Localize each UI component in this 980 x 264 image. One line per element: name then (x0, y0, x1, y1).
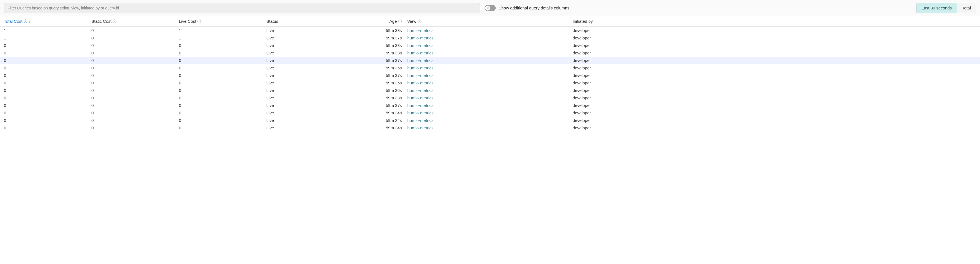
total-button[interactable]: Total (957, 3, 976, 13)
table-row[interactable]: 1 0 1 Live 59m 33s humio-metrics develop… (0, 27, 980, 34)
cell-total-cost: 0 (4, 118, 91, 123)
cell-age: 59m 37s (334, 103, 407, 108)
view-link[interactable]: humio-metrics (407, 103, 434, 108)
info-icon[interactable]: i (113, 19, 116, 23)
svg-text:i: i (114, 20, 115, 23)
table-row[interactable]: 0 0 0 Live 59m 24s humio-metrics develop… (0, 109, 980, 117)
cell-live-cost: 1 (179, 35, 266, 40)
view-link[interactable]: humio-metrics (407, 118, 434, 123)
header-live-cost[interactable]: Live Cost i (179, 19, 266, 24)
cell-status: Live (266, 110, 334, 115)
cell-status: Live (266, 80, 334, 85)
view-link[interactable]: humio-metrics (407, 96, 434, 100)
view-link[interactable]: humio-metrics (407, 125, 434, 130)
view-link[interactable]: humio-metrics (407, 88, 434, 93)
cell-static-cost: 0 (91, 43, 179, 48)
cell-total-cost: 0 (4, 96, 91, 100)
view-link[interactable]: humio-metrics (407, 28, 434, 33)
header-view[interactable]: View i (407, 19, 573, 24)
header-total-cost[interactable]: Total Cost i ↓ (4, 19, 91, 24)
last-30-seconds-button[interactable]: Last 30 seconds (916, 3, 957, 13)
details-toggle[interactable] (485, 5, 496, 11)
cell-live-cost: 0 (179, 73, 266, 78)
filter-input[interactable] (4, 3, 480, 13)
svg-text:i: i (419, 20, 420, 23)
header-age[interactable]: Age i (334, 19, 407, 24)
cell-view: humio-metrics (407, 51, 573, 55)
table-row[interactable]: 0 0 0 Live 59m 25s humio-metrics develop… (0, 79, 980, 86)
table-row[interactable]: 0 0 0 Live 59m 36s humio-metrics develop… (0, 86, 980, 94)
header-label: Initiated by (573, 19, 593, 24)
cell-age: 59m 33s (334, 96, 407, 100)
cell-static-cost: 0 (91, 66, 179, 70)
info-icon[interactable]: i (197, 19, 201, 23)
svg-text:i: i (199, 20, 200, 23)
view-link[interactable]: humio-metrics (407, 43, 434, 48)
cell-static-cost: 0 (91, 73, 179, 78)
cell-static-cost: 0 (91, 88, 179, 93)
info-icon[interactable]: i (24, 19, 27, 23)
view-link[interactable]: humio-metrics (407, 66, 434, 70)
cell-view: humio-metrics (407, 66, 573, 70)
cell-static-cost: 0 (91, 35, 179, 40)
view-link[interactable]: humio-metrics (407, 73, 434, 78)
close-icon (486, 6, 489, 10)
cell-age: 59m 25s (334, 80, 407, 85)
cell-view: humio-metrics (407, 110, 573, 115)
table-row[interactable]: 0 0 0 Live 59m 24s humio-metrics develop… (0, 124, 980, 131)
cell-status: Live (266, 103, 334, 108)
cell-status: Live (266, 28, 334, 33)
cell-status: Live (266, 88, 334, 93)
cell-live-cost: 0 (179, 66, 266, 70)
header-static-cost[interactable]: Static Cost i (91, 19, 179, 24)
cell-live-cost: 0 (179, 103, 266, 108)
header-status[interactable]: Status (266, 19, 334, 24)
table-row[interactable]: 0 0 0 Live 59m 24s humio-metrics develop… (0, 117, 980, 124)
view-link[interactable]: humio-metrics (407, 80, 434, 85)
cell-live-cost: 1 (179, 28, 266, 33)
cell-age: 59m 36s (334, 88, 407, 93)
table-row[interactable]: 0 0 0 Live 59m 37s humio-metrics develop… (0, 72, 980, 79)
cell-initiated-by: developer (573, 58, 976, 63)
table-row[interactable]: 1 0 1 Live 59m 37s humio-metrics develop… (0, 34, 980, 42)
cell-status: Live (266, 58, 334, 63)
cell-static-cost: 0 (91, 125, 179, 130)
cell-view: humio-metrics (407, 118, 573, 123)
cell-view: humio-metrics (407, 80, 573, 85)
cell-initiated-by: developer (573, 110, 976, 115)
table-row[interactable]: 0 0 0 Live 59m 37s humio-metrics develop… (0, 102, 980, 109)
view-link[interactable]: humio-metrics (407, 58, 434, 63)
view-link[interactable]: humio-metrics (407, 35, 434, 40)
view-link[interactable]: humio-metrics (407, 51, 434, 55)
view-link[interactable]: humio-metrics (407, 110, 434, 115)
cell-initiated-by: developer (573, 51, 976, 55)
table-header: Total Cost i ↓ Static Cost i Live Cost i… (0, 16, 980, 27)
header-label: Age (390, 19, 397, 24)
cell-initiated-by: developer (573, 35, 976, 40)
info-icon[interactable]: i (417, 19, 422, 23)
table-row[interactable]: 0 0 0 Live 59m 37s humio-metrics develop… (0, 57, 980, 64)
cell-age: 59m 24s (334, 118, 407, 123)
query-table: Total Cost i ↓ Static Cost i Live Cost i… (0, 16, 980, 131)
cell-live-cost: 0 (179, 58, 266, 63)
header-initiated-by[interactable]: Initiated by (573, 19, 976, 24)
cell-total-cost: 0 (4, 110, 91, 115)
cell-age: 59m 33s (334, 43, 407, 48)
cell-live-cost: 0 (179, 43, 266, 48)
cell-total-cost: 0 (4, 58, 91, 63)
table-row[interactable]: 0 0 0 Live 59m 35s humio-metrics develop… (0, 64, 980, 72)
header-label: View (407, 19, 416, 24)
cell-initiated-by: developer (573, 103, 976, 108)
toggle-container: Show additional query details columns (485, 5, 912, 11)
cell-static-cost: 0 (91, 58, 179, 63)
info-icon[interactable]: i (398, 19, 402, 23)
cell-view: humio-metrics (407, 88, 573, 93)
cell-live-cost: 0 (179, 96, 266, 100)
cell-initiated-by: developer (573, 66, 976, 70)
table-row[interactable]: 0 0 0 Live 59m 33s humio-metrics develop… (0, 49, 980, 57)
cell-view: humio-metrics (407, 43, 573, 48)
cell-initiated-by: developer (573, 73, 976, 78)
table-row[interactable]: 0 0 0 Live 59m 33s humio-metrics develop… (0, 42, 980, 49)
cell-total-cost: 0 (4, 88, 91, 93)
table-row[interactable]: 0 0 0 Live 59m 33s humio-metrics develop… (0, 94, 980, 102)
